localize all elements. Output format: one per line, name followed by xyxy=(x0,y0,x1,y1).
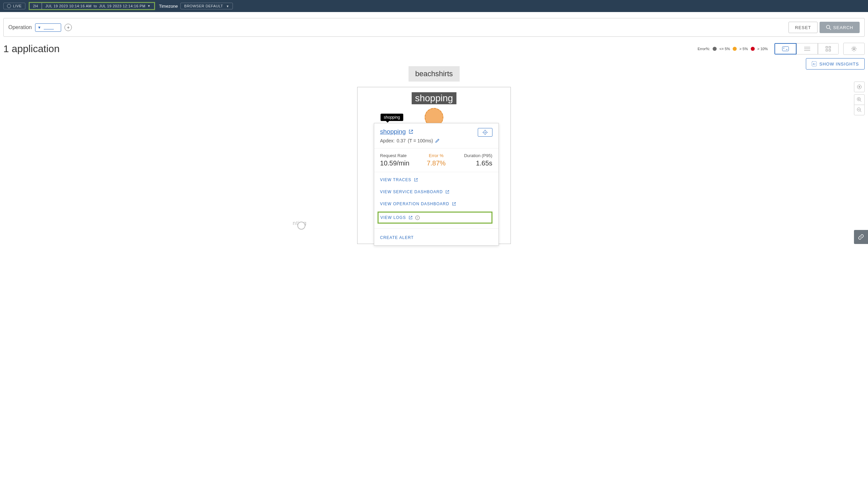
locate-service-button[interactable] xyxy=(478,128,492,137)
edit-apdex-button[interactable] xyxy=(435,138,440,143)
title-row: 1 application Error%: <= 5% > 5% > 10% xyxy=(0,37,868,58)
metric-label: Error % xyxy=(418,153,455,158)
zoom-in-button[interactable] xyxy=(854,94,865,105)
plus-icon: + xyxy=(67,25,70,30)
reset-button[interactable]: RESET xyxy=(788,22,817,33)
legend-gt10: > 10% xyxy=(757,47,768,51)
divider xyxy=(374,228,498,229)
legend-gt5: > 5% xyxy=(739,47,748,51)
link-label: VIEW LOGS xyxy=(380,215,406,220)
svg-point-4 xyxy=(787,49,788,50)
reset-label: RESET xyxy=(795,25,811,30)
dot-gray-icon xyxy=(713,47,717,51)
viewmode-list-button[interactable] xyxy=(796,43,818,55)
svg-rect-9 xyxy=(829,46,831,48)
svg-line-1 xyxy=(829,28,831,30)
info-icon[interactable]: i xyxy=(415,215,420,220)
viewmode-grid-button[interactable] xyxy=(818,43,839,55)
svg-rect-11 xyxy=(829,50,831,51)
viewmode-map-button[interactable] xyxy=(774,43,796,55)
apdex-label: Apdex: xyxy=(380,138,395,144)
operation-input-underline xyxy=(44,25,54,30)
chevron-down-icon: ▼ xyxy=(37,25,41,30)
metrics-row: Request Rate 10.59/min Error % 7.87% Dur… xyxy=(374,148,498,172)
other-service-node[interactable] xyxy=(297,222,305,230)
svg-line-18 xyxy=(860,101,862,102)
external-link-icon xyxy=(452,202,456,206)
pencil-icon xyxy=(435,138,440,143)
map-view-icon xyxy=(782,46,789,51)
search-button[interactable]: SEARCH xyxy=(820,22,860,33)
zoom-out-button[interactable] xyxy=(854,104,865,115)
metric-label: Duration (P95) xyxy=(455,153,492,158)
recenter-button[interactable] xyxy=(854,81,865,92)
popover-header: shopping Apdex: 0.37 (T = 100ms) xyxy=(374,124,498,148)
service-map-canvas[interactable]: beachshirts shopping nting shopping shop… xyxy=(3,70,865,277)
filter-bar: Operation ▼ + RESET SEARCH xyxy=(3,18,865,37)
view-operation-dashboard-link[interactable]: VIEW OPERATION DASHBOARD xyxy=(380,200,492,208)
daterange-picker[interactable]: JUL 19 2023 10:14:16 AM to JUL 19 2023 1… xyxy=(42,3,154,10)
metric-value: 7.87% xyxy=(418,159,455,167)
external-link-icon xyxy=(414,178,418,182)
legend-le5: <= 5% xyxy=(719,47,730,51)
date-sep: to xyxy=(94,4,97,8)
chevron-down-icon: ▼ xyxy=(147,4,150,8)
metric-value: 1.65s xyxy=(455,159,492,167)
ai-icon: AI xyxy=(811,61,817,66)
timerange-highlight: 2H JUL 19 2023 10:14:16 AM to JUL 19 202… xyxy=(29,2,155,10)
popover-links: VIEW TRACES VIEW SERVICE DASHBOARD VIEW … xyxy=(374,172,498,245)
zoom-in-icon xyxy=(856,97,862,102)
filter-left: Operation ▼ + xyxy=(8,23,72,32)
zoom-out-icon xyxy=(856,107,862,113)
dot-red-icon xyxy=(751,47,755,51)
chevron-down-icon: ▼ xyxy=(226,5,229,8)
link-label: VIEW TRACES xyxy=(380,177,411,182)
search-icon xyxy=(826,25,831,30)
list-view-icon xyxy=(804,46,810,51)
page-title: 1 application xyxy=(3,43,59,55)
gear-icon xyxy=(851,46,857,52)
search-label: SEARCH xyxy=(833,25,853,30)
live-label: LIVE xyxy=(13,4,22,8)
live-button[interactable]: LIVE xyxy=(3,3,25,10)
link-icon xyxy=(858,234,864,240)
metric-error: Error % 7.87% xyxy=(418,153,455,167)
service-popover-wrapper: shopping shopping Apdex: 0.37 (T = 100ms… xyxy=(374,123,499,246)
live-indicator-icon xyxy=(7,4,11,8)
duration-pill[interactable]: 2H xyxy=(29,3,42,10)
external-link-icon xyxy=(409,215,413,220)
apdex-value: 0.37 xyxy=(397,138,406,144)
timezone-value: BROWSER DEFAULT xyxy=(184,4,223,8)
service-title-link[interactable]: shopping xyxy=(380,128,406,135)
svg-rect-10 xyxy=(826,50,828,51)
settings-button[interactable] xyxy=(843,43,865,55)
link-label: VIEW SERVICE DASHBOARD xyxy=(380,190,443,194)
metric-request-rate: Request Rate 10.59/min xyxy=(380,153,418,167)
operation-select[interactable]: ▼ xyxy=(35,23,61,32)
application-name-label: beachshirts xyxy=(409,66,460,81)
zoom-controls xyxy=(854,81,865,117)
crosshair-icon xyxy=(482,130,488,135)
apdex-row: Apdex: 0.37 (T = 100ms) xyxy=(380,138,440,144)
viewmode-group xyxy=(774,43,839,55)
timezone-select[interactable]: BROWSER DEFAULT ▼ xyxy=(180,3,233,10)
view-service-dashboard-link[interactable]: VIEW SERVICE DASHBOARD xyxy=(380,188,492,196)
date-to: JUL 19 2023 12:14:16 PM xyxy=(99,4,145,8)
create-alert-link[interactable]: CREATE ALERT xyxy=(380,233,492,242)
svg-rect-2 xyxy=(783,47,789,51)
timezone-label: Timezone xyxy=(159,4,178,9)
link-label: CREATE ALERT xyxy=(380,235,414,240)
view-traces-link[interactable]: VIEW TRACES xyxy=(380,175,492,184)
target-icon xyxy=(856,84,862,90)
error-legend-label: Error%: xyxy=(697,47,710,51)
show-insights-button[interactable]: AI SHOW INSIGHTS xyxy=(806,58,865,70)
date-from: JUL 19 2023 10:14:16 AM xyxy=(45,4,92,8)
apdex-threshold: (T = 100ms) xyxy=(408,138,433,144)
add-filter-button[interactable]: + xyxy=(64,24,72,31)
svg-point-25 xyxy=(485,132,486,133)
link-label: VIEW OPERATION DASHBOARD xyxy=(380,202,449,206)
share-link-button[interactable] xyxy=(854,230,868,244)
top-bar: LIVE 2H JUL 19 2023 10:14:16 AM to JUL 1… xyxy=(0,0,868,12)
view-logs-link[interactable]: VIEW LOGS i xyxy=(377,212,492,224)
metric-label: Request Rate xyxy=(380,153,418,158)
